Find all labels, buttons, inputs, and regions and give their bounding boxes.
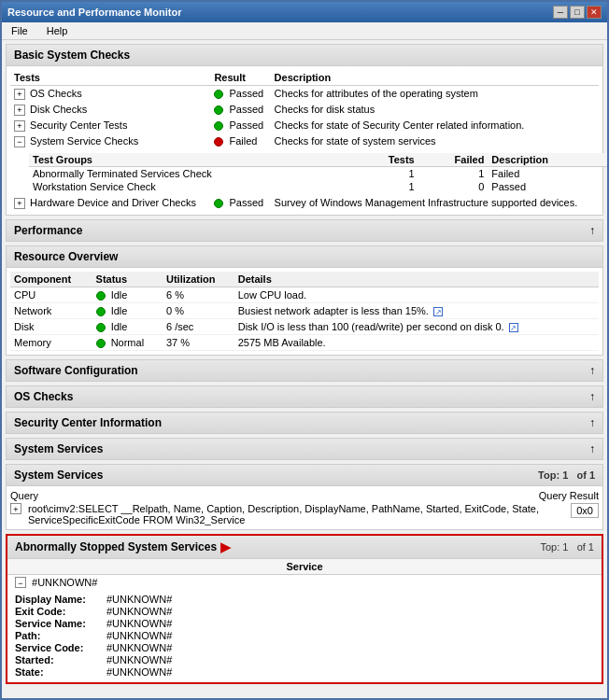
cpu-details: Low CPU load. <box>234 287 599 303</box>
security-checks-label: Security Center Tests <box>30 119 127 131</box>
os-checks-collapsed-section: OS Checks ↑ <box>6 385 603 408</box>
table-row: + Hardware Device and Driver Checks Pass… <box>10 195 599 211</box>
security-checks-desc: Checks for state of Security Center rela… <box>271 118 599 133</box>
res-col-utilization: Utilization <box>163 272 234 287</box>
disk-checks-desc: Checks for disk status <box>271 102 599 118</box>
security-checks-result-text: Passed <box>229 119 263 131</box>
service-code-value: #UNKNOWN# <box>106 642 172 653</box>
menu-help[interactable]: Help <box>43 24 72 37</box>
query-text: root\cimv2:SELECT __Relpath, Name, Capti… <box>28 503 567 525</box>
service-name-detail-value: #UNKNOWN# <box>106 618 172 629</box>
network-status: Idle <box>92 303 163 319</box>
table-row: − #UNKNOWN# <box>7 575 602 591</box>
workstation-service-failed: 0 <box>418 180 489 193</box>
network-link-icon[interactable]: ↗ <box>433 307 443 316</box>
service-details: Display Name: #UNKNOWN# Exit Code: #UNKN… <box>7 590 602 682</box>
expand-icon[interactable]: + <box>14 198 25 209</box>
os-checks-label: OS Checks <box>30 88 82 99</box>
service-expand-icon[interactable]: − <box>15 577 26 588</box>
basic-checks-table-container: Tests Result Description + OS Checks <box>7 66 602 215</box>
table-row: CPU Idle 6 % Low CPU load. <box>10 287 599 303</box>
minimize-button[interactable]: ─ <box>553 6 568 19</box>
os-checks-collapse-btn[interactable]: ↑ <box>589 390 595 403</box>
network-utilization: 0 % <box>163 303 234 319</box>
os-checks-result: Passed <box>210 86 270 103</box>
maximize-button[interactable]: □ <box>570 6 585 19</box>
detail-row: Display Name: #UNKNOWN# <box>15 594 594 605</box>
disk-link-icon[interactable]: ↗ <box>509 323 518 332</box>
abnormal-terminated-failed: 1 <box>418 167 489 181</box>
system-services-panel: System Services Top: 1 of 1 Query Query … <box>6 464 603 530</box>
memory-utilization: 37 % <box>163 335 234 351</box>
main-window: Resource and Performance Monitor ─ □ ✕ F… <box>0 0 609 700</box>
abnormal-stopped-header: Abnormally Stopped System Services ▶ Top… <box>7 536 602 559</box>
hardware-status-dot <box>214 199 223 208</box>
sub-col-testgroups: Test Groups <box>29 153 348 167</box>
window-title: Resource and Performance Monitor <box>7 7 181 18</box>
system-service-desc: Checks for state of system services <box>271 133 599 149</box>
memory-component: Memory <box>10 335 92 351</box>
os-checks-status-dot <box>214 90 223 99</box>
system-services-collapsed-section: System Services ↑ <box>6 438 603 460</box>
expand-icon[interactable]: + <box>14 89 25 100</box>
hardware-desc: Survey of Windows Management Infrastruct… <box>271 195 599 211</box>
resource-overview-section: Resource Overview Component Status Utili… <box>6 245 603 356</box>
started-value: #UNKNOWN# <box>106 654 172 665</box>
query-expand-icon[interactable]: + <box>10 503 21 514</box>
system-service-result-text: Failed <box>229 135 257 147</box>
system-services-top-label: Top: 1 of 1 <box>538 469 595 481</box>
security-center-collapse-btn[interactable]: ↑ <box>589 416 595 429</box>
hardware-checks-label: Hardware Device and Driver Checks <box>30 197 196 208</box>
hardware-checks-cell: + Hardware Device and Driver Checks <box>10 195 210 211</box>
col-tests: Tests <box>10 70 210 86</box>
menu-file[interactable]: File <box>7 24 32 37</box>
security-center-section: Security Center Information ↑ <box>6 412 603 434</box>
content-area[interactable]: Basic System Checks Tests Result Descrip… <box>2 40 607 698</box>
close-button[interactable]: ✕ <box>587 6 602 19</box>
table-row: + OS Checks Passed Checks for attributes… <box>10 86 599 103</box>
resource-table: Component Status Utilization Details CPU… <box>10 272 599 351</box>
cpu-status-text: Idle <box>111 289 128 301</box>
table-row: Abnormally Terminated Services Check 1 1… <box>29 167 607 181</box>
hardware-result-text: Passed <box>229 197 263 208</box>
disk-details-text: Disk I/O is less than 100 (read/write) p… <box>238 321 504 332</box>
abnormal-top-label: Top: 1 of 1 <box>541 541 595 553</box>
expand-icon[interactable]: + <box>14 120 25 132</box>
cpu-status-dot <box>96 291 106 301</box>
security-checks-result: Passed <box>210 118 270 133</box>
started-label: Started: <box>15 654 99 665</box>
memory-status-dot <box>96 339 106 348</box>
path-label: Path: <box>15 630 99 641</box>
alert-arrow-icon: ▶ <box>220 539 231 554</box>
system-services-collapsed-title: System Services <box>14 442 103 455</box>
performance-collapse-btn[interactable]: ↑ <box>589 224 595 237</box>
table-row: + Security Center Tests Passed Checks fo… <box>10 118 599 133</box>
table-row: Network Idle 0 % Busiest network adapter… <box>10 303 599 319</box>
detail-row: Service Name: #UNKNOWN# <box>15 618 594 629</box>
software-config-collapse-btn[interactable]: ↑ <box>589 364 595 377</box>
os-checks-result-text: Passed <box>229 88 263 99</box>
security-checks-cell: + Security Center Tests <box>10 118 210 133</box>
detail-row: Exit Code: #UNKNOWN# <box>15 606 594 617</box>
os-checks-desc: Checks for attributes of the operating s… <box>271 86 599 103</box>
resource-overview-title: Resource Overview <box>14 250 118 263</box>
security-center-title: Security Center Information <box>14 416 162 429</box>
resource-overview-header: Resource Overview <box>7 246 602 268</box>
disk-component: Disk <box>10 319 92 335</box>
system-services-panel-title: System Services <box>14 469 103 482</box>
abnormal-stopped-section: Abnormally Stopped System Services ▶ Top… <box>6 534 603 684</box>
sub-table-container: Test Groups Tests Failed Description <box>10 149 599 195</box>
cpu-component: CPU <box>10 287 92 303</box>
system-services-collapse-btn[interactable]: ↑ <box>589 442 595 455</box>
display-name-label: Display Name: <box>15 594 99 605</box>
detail-row: Started: #UNKNOWN# <box>15 654 594 665</box>
col-result: Result <box>210 70 270 86</box>
path-value: #UNKNOWN# <box>106 630 172 641</box>
sub-col-failed: Failed <box>418 153 489 167</box>
expand-icon[interactable]: + <box>14 105 25 116</box>
expand-icon[interactable]: − <box>14 136 25 147</box>
state-value: #UNKNOWN# <box>106 666 172 678</box>
query-row: + root\cimv2:SELECT __Relpath, Name, Cap… <box>10 503 599 525</box>
disk-checks-result: Passed <box>210 102 270 118</box>
exit-code-value: #UNKNOWN# <box>106 606 172 617</box>
